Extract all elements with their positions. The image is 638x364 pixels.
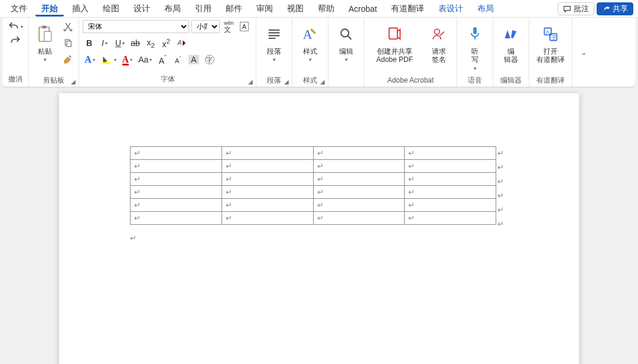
editor-button[interactable]: 编 辑器 xyxy=(497,20,525,74)
menu-references[interactable]: 引用 xyxy=(189,1,217,17)
table-cell[interactable]: ↵ xyxy=(222,147,313,160)
table-cell[interactable]: ↵ xyxy=(131,147,222,160)
underline-button[interactable]: U xyxy=(113,37,126,50)
styles-launcher[interactable]: ◢ xyxy=(318,78,327,86)
svg-text:A: A xyxy=(177,39,182,46)
menu-table-design[interactable]: 表设计 xyxy=(432,1,469,17)
group-styles: A 样式 ▾ 样式 ◢ xyxy=(292,18,328,87)
font-launcher[interactable]: ◢ xyxy=(246,78,255,86)
superscript-button[interactable]: x2 xyxy=(160,37,172,50)
table-cell[interactable]: ↵ xyxy=(313,186,405,199)
menu-layout[interactable]: 布局 xyxy=(158,1,187,17)
table-cell[interactable]: ↵ xyxy=(313,160,405,173)
table-cell[interactable]: ↵ xyxy=(131,186,222,199)
group-undo-label: 撤消 xyxy=(6,73,25,86)
font-size-select[interactable]: 小四 xyxy=(191,20,220,33)
undo-button[interactable] xyxy=(6,20,25,33)
copy-button[interactable] xyxy=(61,37,74,50)
group-paragraph: 段落 ▾ 段落 ◢ xyxy=(256,18,292,87)
acrobat-sign-button[interactable]: 请求 签名 xyxy=(425,20,453,74)
table-cell[interactable]: ↵ xyxy=(222,199,313,212)
document-table[interactable]: ↵↵↵↵↵↵↵↵↵↵↵↵↵↵↵↵↵↵↵↵↵↵↵↵ xyxy=(130,146,496,225)
signature-icon xyxy=(431,27,447,42)
document-page[interactable]: ↵↵↵↵↵↵↵↵↵↵↵↵↵↵↵↵↵↵↵↵↵↵↵↵ ↵↵↵↵↵↵ ↵ xyxy=(59,93,579,364)
table-row[interactable]: ↵↵↵↵ xyxy=(131,186,496,199)
grow-font-button[interactable]: Aˆ xyxy=(156,53,169,66)
phonetic-guide-button[interactable]: wén文 xyxy=(222,20,236,33)
table-cell[interactable]: ↵ xyxy=(313,173,405,186)
menu-home[interactable]: 开始 xyxy=(35,1,64,17)
table-cell[interactable]: ↵ xyxy=(313,147,405,160)
table-cell[interactable]: ↵ xyxy=(405,186,496,199)
font-name-select[interactable]: 宋体 xyxy=(83,20,189,33)
table-cell[interactable]: ↵ xyxy=(313,212,405,225)
clear-formatting-button[interactable]: A xyxy=(175,37,189,50)
redo-button[interactable] xyxy=(8,34,23,47)
cut-button[interactable] xyxy=(61,20,74,33)
change-case-icon: Aa xyxy=(138,55,148,64)
menu-file[interactable]: 文件 xyxy=(5,1,33,17)
menu-review[interactable]: 审阅 xyxy=(250,1,279,17)
character-shading-icon: A xyxy=(188,55,198,64)
character-shading-button[interactable]: A xyxy=(187,53,200,66)
table-cell[interactable]: ↵ xyxy=(405,173,496,186)
menu-draw[interactable]: 绘图 xyxy=(97,1,125,17)
shrink-font-button[interactable]: Aˇ xyxy=(171,53,184,66)
svg-rect-9 xyxy=(389,28,398,40)
table-cell[interactable]: ↵ xyxy=(222,212,313,225)
paste-button[interactable]: 粘贴 ▾ xyxy=(32,20,57,74)
bold-button[interactable]: B xyxy=(83,37,96,50)
table-cell[interactable]: ↵ xyxy=(405,160,496,173)
italic-button[interactable]: I xyxy=(98,37,111,50)
menu-mailings[interactable]: 邮件 xyxy=(220,1,248,17)
comments-button[interactable]: 批注 xyxy=(558,2,594,15)
svg-point-8 xyxy=(341,29,349,37)
table-cell[interactable]: ↵ xyxy=(405,147,496,160)
acrobat-create-button[interactable]: 创建并共享 Adobe PDF xyxy=(368,20,421,74)
table-cell[interactable]: ↵ xyxy=(405,212,496,225)
ribbon-collapse-button[interactable]: ⌄ xyxy=(572,43,595,61)
table-cell[interactable]: ↵ xyxy=(131,199,222,212)
text-effects-button[interactable]: A xyxy=(83,53,97,66)
table-cell[interactable]: ↵ xyxy=(131,173,222,186)
paragraph-button[interactable]: 段落 ▾ xyxy=(260,20,288,74)
table-row[interactable]: ↵↵↵↵ xyxy=(131,147,496,160)
svg-text:A: A xyxy=(546,29,550,35)
dictate-button[interactable]: 听 写 ▾ xyxy=(461,20,489,74)
table-cell[interactable]: ↵ xyxy=(222,173,313,186)
paragraph-launcher[interactable]: ◢ xyxy=(282,78,291,86)
styles-button[interactable]: A 样式 ▾ xyxy=(296,20,324,74)
menu-view[interactable]: 视图 xyxy=(281,1,310,17)
strikethrough-button[interactable]: ab xyxy=(129,37,142,50)
table-row[interactable]: ↵↵↵↵ xyxy=(131,173,496,186)
menu-design[interactable]: 设计 xyxy=(128,1,156,17)
workspace[interactable]: ↵↵↵↵↵↵↵↵↵↵↵↵↵↵↵↵↵↵↵↵↵↵↵↵ ↵↵↵↵↵↵ ↵ xyxy=(0,87,638,364)
table-cell[interactable]: ↵ xyxy=(313,199,405,212)
group-font-label: 字体 xyxy=(83,73,252,86)
editing-button[interactable]: 编辑 ▾ xyxy=(332,20,360,74)
menu-help[interactable]: 帮助 xyxy=(312,1,340,17)
change-case-button[interactable]: Aa xyxy=(136,53,154,66)
table-cell[interactable]: ↵ xyxy=(222,186,313,199)
table-cell[interactable]: ↵ xyxy=(405,199,496,212)
clipboard-launcher[interactable]: ◢ xyxy=(69,78,77,86)
character-border-button[interactable]: A xyxy=(238,20,251,33)
highlight-button[interactable] xyxy=(99,53,118,66)
font-color-button[interactable]: A xyxy=(121,53,135,66)
table-cell[interactable]: ↵ xyxy=(131,160,222,173)
table-row[interactable]: ↵↵↵↵ xyxy=(131,212,496,225)
enclose-characters-icon: 字 xyxy=(205,55,214,64)
menu-youdao[interactable]: 有道翻译 xyxy=(385,1,430,17)
subscript-button[interactable]: x2 xyxy=(144,37,157,50)
share-button[interactable]: 共享 xyxy=(597,2,633,15)
format-painter-button[interactable] xyxy=(61,53,75,66)
enclose-characters-button[interactable]: 字 xyxy=(203,53,216,66)
menu-table-layout[interactable]: 布局 xyxy=(471,1,500,17)
youdao-button[interactable]: A字 打开 有道翻译 xyxy=(533,20,568,74)
menu-insert[interactable]: 插入 xyxy=(66,1,95,17)
table-cell[interactable]: ↵ xyxy=(222,160,313,173)
table-cell[interactable]: ↵ xyxy=(131,212,222,225)
table-row[interactable]: ↵↵↵↵ xyxy=(131,199,496,212)
table-row[interactable]: ↵↵↵↵ xyxy=(131,160,496,173)
menu-acrobat[interactable]: Acrobat xyxy=(343,2,383,16)
